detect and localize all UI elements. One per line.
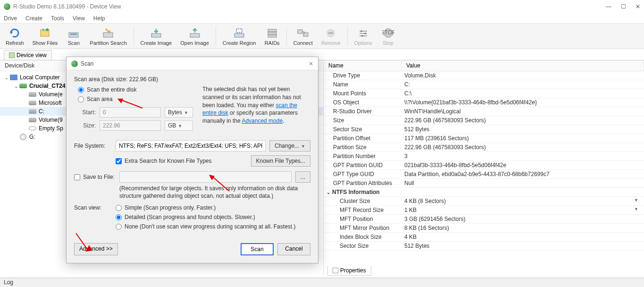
dialog-close-button[interactable]: ✕	[309, 60, 313, 67]
radio-scan-area[interactable]: Scan area	[78, 96, 193, 102]
extra-search-checkbox[interactable]: Extra Search for Known File Types	[116, 158, 247, 164]
link-advanced-mode[interactable]: Advanced mode	[242, 118, 283, 124]
prop-row-gptpartitionattributes: GPT Partition AttributesNull	[324, 179, 644, 188]
scan-view-label: Scan view:	[74, 204, 112, 230]
prop-row-gptpartitionguid: GPT Partition GUID021baf3b-3333-464b-8fb…	[324, 161, 644, 170]
save-to-file-checkbox[interactable]: Save to File:	[74, 174, 116, 180]
menu-create[interactable]: Create	[25, 15, 42, 22]
prop-row-rstudiodriver: R-Studio DriverWinNT\Handle\Logical	[324, 107, 644, 116]
start-unit-select[interactable]: Bytes▼	[165, 107, 193, 118]
prop-row-mountpoints: Mount PointsC:\	[324, 89, 644, 98]
tab-device-view[interactable]: Device view	[4, 50, 52, 60]
properties-tab[interactable]: Properties	[327, 266, 371, 276]
svg-point-2	[46, 28, 49, 31]
refresh-icon	[8, 27, 21, 39]
prop-row-partitionsize: Partition Size222.96 GB (467583093 Secto…	[324, 143, 644, 152]
menu-drive[interactable]: Drive	[4, 15, 17, 22]
prop-row-indexblocksize: Index Block Size4 KB	[324, 233, 644, 242]
toolbar-cregion-button[interactable]: Create Region	[220, 26, 259, 47]
scan-area-header: Scan area (Disk size: 222.96 GB)	[74, 76, 193, 83]
start-label: Start:	[80, 109, 96, 116]
toolbar-showfiles-button[interactable]: Show Files	[30, 26, 61, 47]
size-label: Size:	[80, 122, 96, 129]
toolbar-scan-button[interactable]: Scan	[63, 26, 84, 47]
toolbar-stop-button: STOPStop	[378, 26, 399, 47]
toolbar-cimage-button[interactable]: Create Image	[138, 26, 175, 47]
prop-row-mftrecordsize: MFT Record Size1 KB▼	[324, 206, 644, 215]
toolbar-psearch-button[interactable]: Partition Search	[87, 26, 129, 47]
vol-icon	[28, 108, 37, 115]
cancel-button[interactable]: Cancel	[277, 243, 310, 255]
radio-view-detailed[interactable]: Detailed (Scan progress and found object…	[116, 214, 295, 220]
options-icon	[357, 27, 369, 39]
browse-button[interactable]: ...	[295, 171, 310, 183]
vol-icon	[28, 91, 37, 98]
vol-icon	[28, 117, 37, 123]
connect-icon	[297, 27, 309, 39]
drive-icon	[19, 83, 27, 89]
cimage-icon	[150, 27, 162, 39]
showfiles-icon	[39, 27, 51, 39]
toolbar-refresh-button[interactable]: Refresh	[3, 26, 27, 47]
scan-dialog: Scan ✕ Scan area (Disk size: 222.96 GB) …	[66, 57, 318, 263]
change-button[interactable]: Change...▼	[269, 140, 310, 152]
radio-view-simple[interactable]: Simple (Scan progress only. Faster.)	[116, 204, 295, 211]
radio-view-none[interactable]: None (Don't use scan view progress durin…	[116, 223, 295, 230]
prop-row-sectorsize: Sector Size512 Bytes	[324, 242, 644, 251]
menu-help[interactable]: Help	[93, 15, 105, 22]
toolbar-connect-button[interactable]: Connect	[291, 26, 316, 47]
prop-row-mftposition: MFT Position3 GB (6291456 Sectors)	[324, 215, 644, 224]
computer-icon	[9, 74, 18, 81]
oimage-icon	[189, 27, 201, 39]
remove-icon	[325, 27, 337, 39]
size-unit-select[interactable]: GB▼	[165, 120, 193, 131]
toolbar-raids-button[interactable]: RAIDs	[262, 26, 283, 47]
size-input	[100, 120, 161, 131]
prop-row-size: Size222.96 GB (467583093 Sectors)	[324, 116, 644, 125]
prop-row-partitionnumber: Partition Number3	[324, 152, 644, 161]
status-bar: Log	[0, 278, 644, 287]
svg-rect-8	[190, 34, 200, 37]
props-col-name[interactable]: Name	[324, 60, 401, 71]
menu-view[interactable]: View	[73, 15, 85, 22]
props-col-value[interactable]: Value	[401, 60, 644, 71]
vol-icon	[28, 100, 37, 106]
svg-rect-11	[268, 29, 276, 32]
device-view-icon	[9, 52, 15, 58]
svg-rect-5	[103, 33, 113, 37]
svg-rect-13	[268, 35, 276, 37]
menubar: Drive Create Tools View Help	[0, 13, 644, 24]
close-button[interactable]: ✕	[636, 3, 640, 10]
menu-tools[interactable]: Tools	[51, 15, 64, 22]
app-icon	[4, 3, 10, 10]
svg-rect-14	[298, 30, 302, 34]
radio-scan-entire[interactable]: Scan the entire disk	[78, 86, 193, 93]
empty-icon	[28, 125, 37, 132]
window-title: R-Studio Demo 8.16.180499 - Device View	[13, 3, 121, 10]
dialog-icon	[71, 60, 78, 67]
toolbar-oimage-button[interactable]: Open Image	[177, 26, 212, 47]
prop-row-clustersize: Cluster Size4 KB (8 Sectors)▼	[324, 197, 644, 206]
scan-icon	[67, 27, 80, 39]
prop-row-partitionoffset: Partition Offset117 MB (239616 Sectors)	[324, 134, 644, 143]
save-file-input	[119, 171, 292, 183]
known-types-button[interactable]: Known File Types...	[251, 155, 311, 167]
cregion-icon	[233, 27, 245, 39]
prop-row-name: NameC:	[324, 80, 644, 89]
maximize-button[interactable]: ☐	[621, 3, 626, 10]
svg-rect-9	[234, 34, 244, 37]
svg-rect-7	[151, 34, 161, 37]
properties-icon	[333, 268, 338, 273]
raids-icon	[266, 27, 278, 39]
prop-row-ntfsinformation: NTFS Information	[324, 188, 644, 197]
fs-input[interactable]	[116, 140, 266, 152]
minimize-button[interactable]: —	[606, 3, 611, 10]
scan-button[interactable]: Scan	[241, 243, 274, 255]
dialog-title: Scan	[81, 60, 93, 67]
svg-rect-4	[70, 34, 77, 35]
cd-icon	[19, 134, 27, 140]
prop-row-sectorsize: Sector Size512 Bytes	[324, 125, 644, 134]
svg-rect-10	[236, 29, 242, 33]
start-input	[100, 107, 161, 118]
advanced-button[interactable]: Advanced >>	[74, 243, 118, 255]
